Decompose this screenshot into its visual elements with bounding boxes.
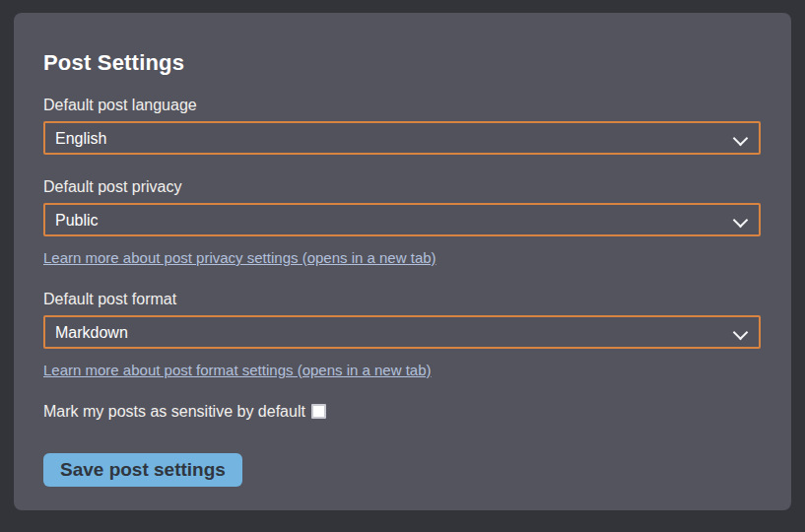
sensitive-by-default-label-text: Mark my posts as sensitive by default [43,403,305,420]
field-default-post-format: Default post format Markdown Learn more … [43,290,761,379]
post-privacy-help-link[interactable]: Learn more about post privacy settings (… [43,248,436,267]
page-title: Post Settings [43,48,761,78]
default-post-format-select-wrap: Markdown [43,315,761,349]
default-post-language-label: Default post language [43,96,761,114]
default-post-privacy-select-wrap: Public [43,203,761,236]
default-post-format-select[interactable]: Markdown [43,315,761,349]
post-format-help-link[interactable]: Learn more about post format settings (o… [43,361,432,379]
save-post-settings-button[interactable]: Save post settings [43,453,242,487]
post-settings-panel: Post Settings Default post language Engl… [14,13,791,510]
default-post-language-select-wrap: English [43,121,761,155]
sensitive-by-default-label[interactable]: Mark my posts as sensitive by default [43,403,326,420]
default-post-language-select[interactable]: English [43,121,761,155]
default-post-format-label: Default post format [43,290,761,308]
sensitive-by-default-row: Mark my posts as sensitive by default [43,402,761,422]
sensitive-by-default-checkbox[interactable] [311,404,326,419]
default-post-privacy-select[interactable]: Public [43,203,761,236]
field-default-post-language: Default post language English [43,96,761,155]
field-default-post-privacy: Default post privacy Public Learn more a… [43,177,761,267]
default-post-privacy-label: Default post privacy [43,177,761,196]
